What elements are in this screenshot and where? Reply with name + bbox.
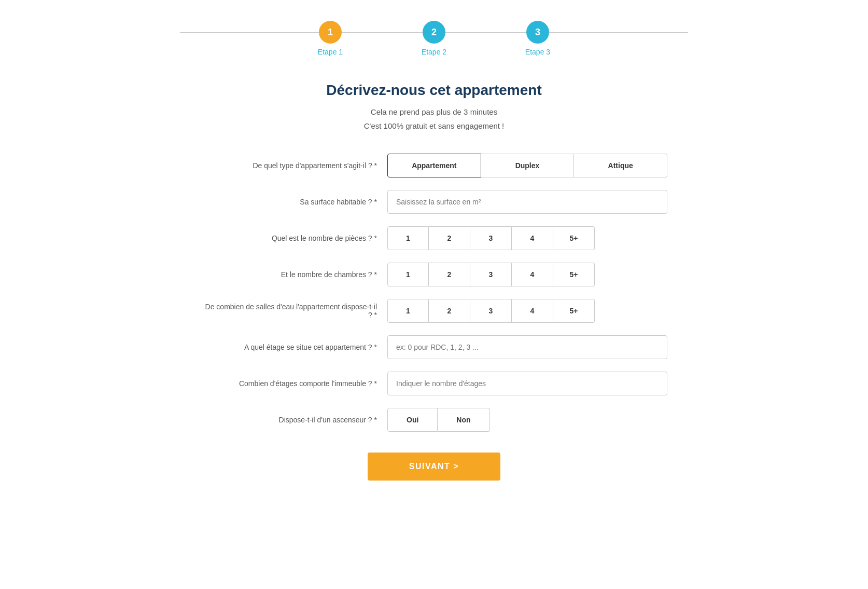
bedrooms-2[interactable]: 2 [429,263,470,286]
bedrooms-1[interactable]: 1 [387,263,429,286]
floor-label: A quel étage se situe cet appartement ? … [201,343,377,351]
step-1-circle: 1 [319,21,342,44]
step-1: 1 Etape 1 [278,21,382,56]
floor-input[interactable] [387,335,667,359]
rooms-2[interactable]: 2 [429,226,470,250]
bathrooms-3[interactable]: 3 [470,299,512,323]
step-2: 2 Etape 2 [382,21,486,56]
bedrooms-5plus[interactable]: 5+ [553,263,595,286]
bathrooms-1[interactable]: 1 [387,299,429,323]
bathrooms-row: De combien de salles d'eau l'appartement… [201,299,667,323]
step-3-label: Etape 3 [525,48,550,56]
bathrooms-4[interactable]: 4 [512,299,553,323]
bedrooms-control: 1 2 3 4 5+ [387,263,667,286]
apartment-type-group: Appartement Duplex Attique [387,154,667,177]
rooms-3[interactable]: 3 [470,226,512,250]
bathrooms-group: 1 2 3 4 5+ [387,299,667,323]
rooms-control: 1 2 3 4 5+ [387,226,667,250]
bathrooms-label: De combien de salles d'eau l'appartement… [201,303,377,319]
stepper: 1 Etape 1 2 Etape 2 3 Etape 3 [10,21,858,56]
bathrooms-control: 1 2 3 4 5+ [387,299,667,323]
elevator-label: Dispose-t-il d'un ascenseur ? * [201,416,377,424]
rooms-row: Quel est le nombre de pièces ? * 1 2 3 4… [201,226,667,250]
bathrooms-5plus[interactable]: 5+ [553,299,595,323]
surface-row: Sa surface habitable ? * [201,190,667,214]
submit-container: SUIVANT > [10,453,858,481]
bedrooms-4[interactable]: 4 [512,263,553,286]
elevator-control: Oui Non [387,408,667,432]
bathrooms-2[interactable]: 2 [429,299,470,323]
elevator-non[interactable]: Non [438,408,489,432]
total-floors-label: Combien d'étages comporte l'immeuble ? * [201,379,377,388]
floor-row: A quel étage se situe cet appartement ? … [201,335,667,359]
rooms-label: Quel est le nombre de pièces ? * [201,234,377,242]
rooms-4[interactable]: 4 [512,226,553,250]
total-floors-input[interactable] [387,372,667,395]
step-2-label: Etape 2 [422,48,446,56]
surface-control [387,190,667,214]
elevator-row: Dispose-t-il d'un ascenseur ? * Oui Non [201,408,667,432]
submit-button[interactable]: SUIVANT > [368,453,500,481]
step-3: 3 Etape 3 [486,21,590,56]
floor-control [387,335,667,359]
step-1-label: Etape 1 [318,48,343,56]
bedrooms-group: 1 2 3 4 5+ [387,263,667,286]
elevator-oui[interactable]: Oui [387,408,438,432]
apartment-type-control: Appartement Duplex Attique [387,154,667,177]
step-3-circle: 3 [526,21,549,44]
total-floors-control [387,372,667,395]
apartment-type-duplex[interactable]: Duplex [481,154,575,177]
apartment-type-appartement[interactable]: Appartement [387,154,481,177]
surface-label: Sa surface habitable ? * [201,198,377,206]
step-2-circle: 2 [423,21,445,44]
rooms-1[interactable]: 1 [387,226,429,250]
elevator-group: Oui Non [387,408,667,432]
rooms-group: 1 2 3 4 5+ [387,226,667,250]
total-floors-row: Combien d'étages comporte l'immeuble ? * [201,372,667,395]
page-title: Décrivez-nous cet appartement [10,82,858,99]
page-subtitle: Cela ne prend pas plus de 3 minutes C'es… [10,105,858,133]
apartment-type-attique[interactable]: Attique [574,154,667,177]
bedrooms-label: Et le nombre de chambres ? * [201,270,377,279]
rooms-5plus[interactable]: 5+ [553,226,595,250]
bedrooms-3[interactable]: 3 [470,263,512,286]
surface-input[interactable] [387,190,667,214]
apartment-type-row: De quel type d'appartement s'agit-il ? *… [201,154,667,177]
form: De quel type d'appartement s'agit-il ? *… [201,154,667,432]
apartment-type-label: De quel type d'appartement s'agit-il ? * [201,161,377,170]
bedrooms-row: Et le nombre de chambres ? * 1 2 3 4 5+ [201,263,667,286]
